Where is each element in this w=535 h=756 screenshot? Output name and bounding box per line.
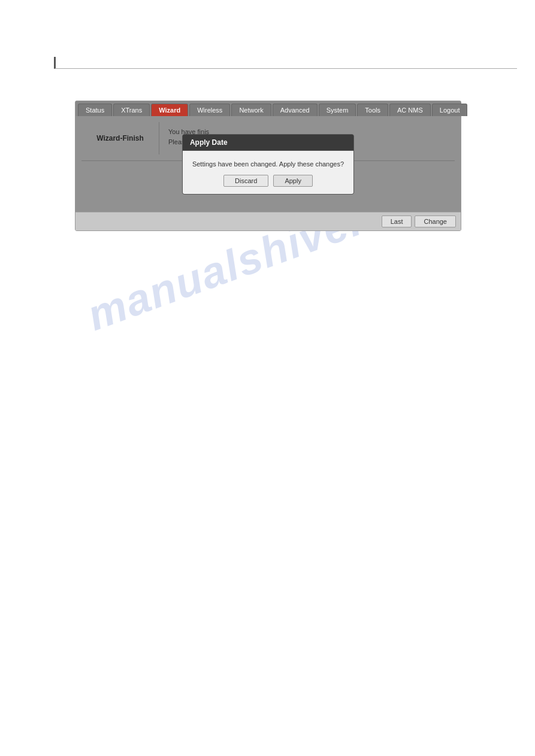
top-rule-line	[54, 57, 517, 69]
content-area: Wizard-Finish You have finis Please clic…	[75, 116, 461, 212]
modal-title: Apply Date	[190, 138, 228, 147]
nav-wizard[interactable]: Wizard	[151, 104, 188, 116]
nav-wireless[interactable]: Wireless	[189, 104, 230, 116]
modal-box: Apply Date Settings have been changed. A…	[182, 134, 354, 195]
modal-overlay: Apply Date Settings have been changed. A…	[75, 116, 461, 212]
nav-network[interactable]: Network	[231, 104, 271, 116]
last-button[interactable]: Last	[382, 215, 412, 227]
modal-title-bar: Apply Date	[183, 135, 353, 151]
footer-bar: Last Change	[75, 212, 461, 230]
nav-bar: Status XTrans Wizard Wireless Network Ad…	[75, 101, 461, 116]
modal-message: Settings have been changed. Apply these …	[192, 160, 344, 168]
apply-button[interactable]: Apply	[273, 175, 313, 187]
nav-xtrans[interactable]: XTrans	[113, 104, 150, 116]
modal-buttons: Discard Apply	[192, 175, 344, 187]
discard-button[interactable]: Discard	[223, 175, 268, 187]
nav-logout[interactable]: Logout	[432, 104, 468, 116]
nav-tools[interactable]: Tools	[357, 104, 388, 116]
nav-system[interactable]: System	[319, 104, 356, 116]
modal-body: Settings have been changed. Apply these …	[183, 151, 353, 194]
ui-panel: Status XTrans Wizard Wireless Network Ad…	[75, 101, 461, 231]
nav-ac-nms[interactable]: AC NMS	[389, 104, 431, 116]
change-button[interactable]: Change	[415, 215, 456, 227]
nav-advanced[interactable]: Advanced	[273, 104, 318, 116]
nav-status[interactable]: Status	[78, 104, 112, 116]
